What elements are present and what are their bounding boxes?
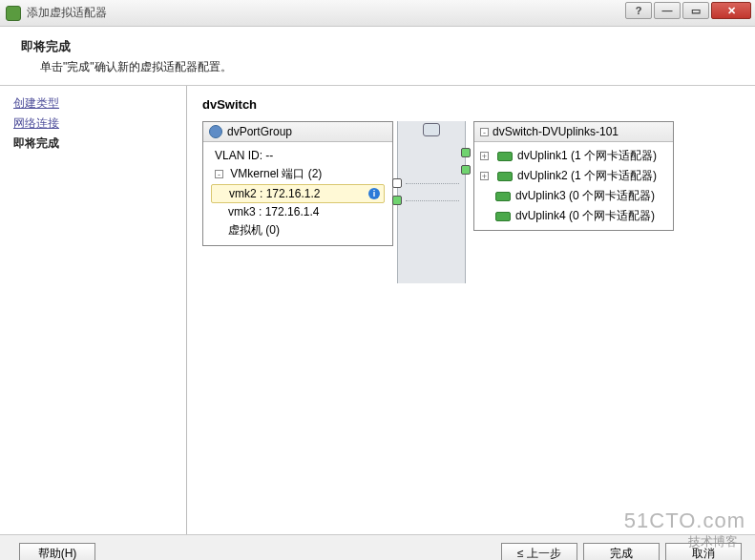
uplink4-row[interactable]: dvUplink4 (0 个网卡适配器) (480, 206, 667, 226)
nic-icon (495, 212, 511, 221)
vmkernel-header-row[interactable]: - VMkernel 端口 (2) (211, 164, 385, 184)
portgroup-name: dvPortGroup (227, 125, 292, 138)
portgroup-icon (209, 125, 222, 138)
port-right-1 (461, 148, 471, 157)
minimize-button[interactable]: — (654, 2, 681, 19)
close-button[interactable]: ✕ (711, 2, 751, 19)
back-button[interactable]: ≤ 上一步 (501, 543, 577, 561)
watermark-tag: 技术博客 (688, 533, 738, 550)
uplink2-row[interactable]: + dvUplink2 (1 个网卡适配器) (480, 166, 667, 186)
vmk2-row[interactable]: vmk2 : 172.16.1.2 i (211, 184, 385, 203)
topology-diagram: dvPortGroup VLAN ID: -- - VMkernel 端口 (2… (202, 121, 740, 283)
uplink3-row[interactable]: dvUplink3 (0 个网卡适配器) (480, 186, 667, 206)
help-button[interactable]: 帮助(H) (19, 543, 95, 561)
titlebar: 添加虚拟适配器 ? — ▭ ✕ (0, 0, 755, 27)
wizard-nav: 创建类型 网络连接 即将完成 (0, 86, 187, 534)
portgroup-body: VLAN ID: -- - VMkernel 端口 (2) vmk2 : 172… (203, 142, 392, 245)
dvswitch-title: dvSwitch (202, 97, 740, 112)
wizard-header: 即将完成 单击"完成"确认新的虚拟适配器配置。 (0, 27, 755, 86)
page-subtitle: 单击"完成"确认新的虚拟适配器配置。 (40, 59, 734, 75)
link-line-2 (406, 200, 459, 201)
switch-icon (423, 123, 440, 136)
info-icon[interactable]: i (368, 188, 380, 199)
vlan-value: -- (265, 149, 273, 162)
port-left-1 (392, 178, 402, 188)
wizard-body: 创建类型 网络连接 即将完成 dvSwitch dvPortGroup VLAN… (0, 86, 755, 534)
uplink1-row[interactable]: + dvUplink1 (1 个网卡适配器) (480, 146, 667, 166)
uplinks-body: + dvUplink1 (1 个网卡适配器) + dvUplink2 (1 个网… (474, 142, 673, 230)
nic-icon (495, 192, 511, 201)
vmk3-label: vmk3 : 172.16.1.4 (228, 205, 319, 218)
nic-icon (497, 152, 513, 161)
expand-icon[interactable]: + (480, 172, 489, 180)
port-right-2 (461, 165, 471, 175)
vlan-row: VLAN ID: -- (211, 147, 385, 164)
uplinks-name: dvSwitch-DVUplinks-101 (493, 125, 619, 138)
expand-icon[interactable]: + (480, 152, 489, 160)
page-title: 即将完成 (21, 38, 734, 55)
collapse-icon[interactable]: - (480, 128, 489, 136)
wizard-content: dvSwitch dvPortGroup VLAN ID: -- - VMker… (187, 86, 755, 534)
uplink4-label: dvUplink4 (0 个网卡适配器) (515, 208, 655, 224)
button-bar: 帮助(H) ≤ 上一步 完成 取消 (0, 534, 755, 560)
window-controls: ? — ▭ ✕ (623, 2, 751, 19)
maximize-button[interactable]: ▭ (682, 2, 709, 19)
vm-row: 虚拟机 (0) (211, 220, 385, 240)
watermark-site: 51CTO.com (624, 508, 745, 533)
finish-button[interactable]: 完成 (583, 543, 660, 561)
nav-step-create-type[interactable]: 创建类型 (13, 95, 173, 112)
nav-step-finish: 即将完成 (13, 135, 173, 152)
app-icon (6, 6, 21, 21)
switch-column (397, 121, 466, 283)
uplinks-header: - dvSwitch-DVUplinks-101 (474, 122, 673, 142)
nic-icon (497, 172, 513, 181)
vmk2-label: vmk2 : 172.16.1.2 (229, 187, 320, 200)
uplinks-panel: - dvSwitch-DVUplinks-101 + dvUplink1 (1 … (473, 121, 674, 231)
port-left-2 (392, 196, 402, 205)
portgroup-header: dvPortGroup (203, 122, 392, 142)
help-window-button[interactable]: ? (625, 2, 652, 19)
vm-label: 虚拟机 (0) (228, 223, 280, 237)
uplink2-label: dvUplink2 (1 个网卡适配器) (517, 168, 657, 184)
window-title: 添加虚拟适配器 (27, 5, 107, 21)
vmkernel-header: VMkernel 端口 (2) (230, 167, 322, 180)
vmk3-row[interactable]: vmk3 : 172.16.1.4 (211, 203, 385, 220)
uplink1-label: dvUplink1 (1 个网卡适配器) (517, 148, 657, 164)
vlan-label: VLAN ID: (215, 149, 262, 162)
collapse-icon[interactable]: - (215, 170, 223, 178)
link-line-1 (406, 183, 459, 184)
portgroup-panel: dvPortGroup VLAN ID: -- - VMkernel 端口 (2… (202, 121, 393, 246)
uplink3-label: dvUplink3 (0 个网卡适配器) (515, 188, 655, 204)
nav-step-network-connect[interactable]: 网络连接 (13, 115, 173, 132)
